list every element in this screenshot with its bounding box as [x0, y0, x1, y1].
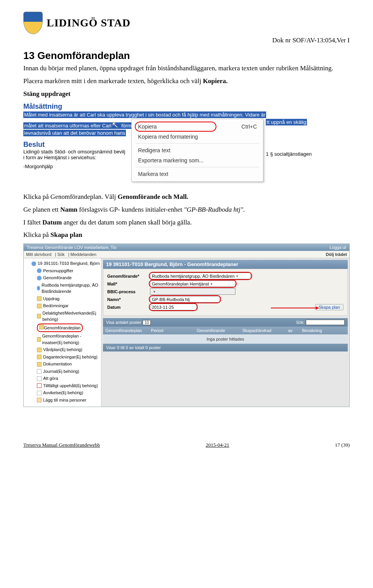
menu-item-exportera[interactable]: Exportera markering som... — [132, 155, 263, 165]
tree-node-label: Delaktighet/Medverkande(Ej behörig) — [42, 310, 100, 323]
field-mall[interactable]: Genomförandeplan Hemtjänst▾ — [150, 280, 235, 287]
col-genomforandeplan[interactable]: Genomförandeplan — [105, 328, 149, 333]
treserva-menubar: Mitt skrivbord | Sök | Meddelanden Dölj … — [24, 251, 349, 258]
mid-paragraph-4: Klicka på Skapa plan — [23, 231, 350, 240]
tree-node[interactable]: Avvikelse(Ej behörig) — [26, 389, 100, 397]
menu-meddelanden[interactable]: Meddelanden — [70, 252, 96, 257]
tree-node[interactable]: Vårdplan(Ej behörig) — [26, 346, 100, 353]
logout-link[interactable]: Logga ut — [329, 245, 346, 250]
tree-node-label: Avvikelse(Ej behörig) — [43, 390, 83, 396]
folder-icon — [37, 314, 41, 318]
tree-node[interactable]: Lägg till mina personer — [26, 397, 100, 404]
folder-icon — [37, 348, 42, 352]
field-genomforande[interactable]: Rudboda hemtjänstgrupp, ÄO Biståndsären▾ — [150, 273, 251, 279]
tree-node-label: Tillfälligt uppehåll(Ej behörig) — [43, 383, 98, 389]
tree-node-label: Daganteckningar(Ej behörig) — [43, 354, 98, 360]
tree-node-label: Lägg till mina personer — [43, 397, 86, 404]
skapa-plan-button[interactable]: Skapa plan — [315, 304, 343, 310]
tree-node[interactable]: Personuppgifter — [26, 267, 100, 275]
person-icon — [37, 268, 42, 273]
cursor-icon — [112, 120, 120, 129]
panel-title: 19 391101-T010 Berglund, Björn - Genomfö… — [103, 260, 348, 269]
tree-node-label: Dokumentation — [43, 361, 72, 367]
tree-node-label: Journal(Ej behörig) — [43, 368, 79, 375]
add-icon — [37, 398, 42, 402]
highlighted-line-2a: målet att insatserna utformas efter Carl… — [23, 122, 132, 129]
section-title: 13 Genomförandeplan — [23, 50, 350, 62]
tree-node-label: 19 391101-T010 Berglund, Björn — [38, 260, 100, 267]
tree-node-label: Genomförandeplan - insatser(Ej behörig) — [42, 333, 101, 346]
menu-item-kopiera-format[interactable]: Kopiera med formatering — [132, 132, 263, 142]
beslut-text-line1: Lidingö stads Stöd- och omsorgsnämnd bev… — [23, 149, 132, 155]
folder-icon — [37, 362, 42, 367]
tree-node-label: Genomförande — [43, 275, 71, 281]
folder-icon — [39, 325, 44, 329]
col-period[interactable]: Period — [151, 328, 195, 333]
mid-paragraph-3: I fältet Datum anger du det datum som pl… — [23, 218, 350, 227]
highlighted-after-menu: tt uppnå en skälig — [266, 119, 307, 125]
page-footer: Treserva Manual Genomförandewebb 2015-04… — [0, 442, 373, 456]
highlighted-line-3: levnadsnivå utan att det berövar honom h… — [23, 130, 126, 136]
field-datum[interactable]: 2013-11-25 — [150, 304, 197, 310]
menu-skrivbord[interactable]: Mitt skrivbord — [26, 252, 51, 257]
col-skapad[interactable]: Skapad/ändrad — [242, 328, 286, 333]
beslut-text-line2: i form av Hemtjänst i servicehus: — [23, 155, 132, 160]
menu-item-kopiera[interactable]: KopieraCtrl+C — [132, 122, 263, 132]
tree-node-label: Bedömningar — [43, 303, 68, 309]
beslut-heading: Beslut — [23, 141, 132, 149]
tree-node[interactable]: Dokumentation — [26, 360, 100, 368]
tree-node[interactable]: Delaktighet/Medverkande(Ej behörig) — [26, 310, 100, 323]
page-size-select[interactable]: 10 — [143, 320, 151, 325]
page-icon — [37, 369, 42, 374]
treserva-topbar: Treserva Genomförande LOV medarbetare, T… — [24, 244, 349, 251]
intro-paragraph-1: Innan du börjar med planen, öppna uppdra… — [23, 64, 350, 73]
col-bevakning[interactable]: Bevakning — [302, 328, 345, 333]
person-icon — [37, 286, 40, 291]
person-icon — [31, 261, 36, 266]
tree-node[interactable]: Uppdrag — [26, 295, 100, 303]
grid-toolbar: Visa antalet poster 10 Sök: — [103, 318, 348, 327]
tree-node-label: Personuppgifter — [43, 268, 73, 274]
label-mall: Mall* — [107, 282, 150, 286]
tree-node[interactable]: Journal(Ej behörig) — [26, 368, 100, 375]
highlighted-line-1: Målet med insatserna är att Carl ska upp… — [23, 111, 266, 118]
tree-node-label: Rudboda hemtjänstgrupp, ÄO Biståndsärend… — [42, 282, 100, 295]
tree-node[interactable]: Genomförandeplan — [26, 323, 100, 333]
tree-node[interactable]: Rudboda hemtjänstgrupp, ÄO Biståndsärend… — [26, 282, 100, 295]
tree-node[interactable]: Genomförande — [26, 274, 100, 282]
brand-text: LIDINGÖ STAD — [47, 17, 131, 29]
menu-sok[interactable]: Sök — [57, 252, 64, 257]
menu-item-markera[interactable]: Markera text — [132, 169, 263, 179]
tree-node[interactable]: Genomförandeplan - insatser(Ej behörig) — [26, 332, 100, 346]
grid-empty: Inga poster hittades — [103, 334, 348, 344]
screenshot-context-menu: Målsättning Målet med insatserna är att … — [23, 103, 350, 182]
dolj-tradet[interactable]: Dölj trädet — [326, 252, 347, 257]
label-datum: Datum — [107, 305, 150, 310]
screenshot-treserva: Treserva Genomförande LOV medarbetare, T… — [23, 244, 350, 407]
col-av[interactable]: av — [288, 328, 300, 333]
tree-node[interactable]: Att göra — [26, 375, 100, 382]
page-icon — [37, 376, 42, 381]
document-number: Dok nr SOF/AV-13:054,Ver I — [23, 37, 350, 44]
label-bbic: BBIC-process — [107, 289, 150, 294]
form-area: Genomförande* Rudboda hemtjänstgrupp, ÄO… — [103, 269, 348, 316]
tree-node[interactable]: Bedömningar — [26, 302, 100, 310]
tree-node-label: Att göra — [43, 375, 58, 382]
tree-node-label: Vårdplan(Ej behörig) — [43, 346, 82, 353]
grid-search-input[interactable] — [306, 320, 345, 325]
morgonhjalp: -Morgonhjälp — [23, 164, 132, 169]
tree-node[interactable]: Tillfälligt uppehåll(Ej behörig) — [26, 382, 100, 390]
crest-icon — [23, 12, 43, 34]
footer-mid: 2015-04-21 — [206, 442, 229, 448]
folder-icon — [37, 296, 42, 301]
grid-header: Genomförandeplan Period Genomförande Ska… — [103, 327, 348, 334]
field-namn[interactable]: GP-BB-Rudboda htj — [150, 296, 220, 303]
menu-item-redigera[interactable]: Redigera text — [132, 145, 263, 155]
folder-icon — [37, 337, 41, 342]
cal-icon — [37, 383, 42, 388]
tree-node[interactable]: 19 391101-T010 Berglund, Björn — [26, 260, 100, 267]
label-genomforande: Genomförande* — [107, 274, 150, 278]
col-genomforande[interactable]: Genomförande — [197, 328, 240, 333]
page-icon — [37, 391, 42, 395]
tree-node[interactable]: Daganteckningar(Ej behörig) — [26, 353, 100, 361]
